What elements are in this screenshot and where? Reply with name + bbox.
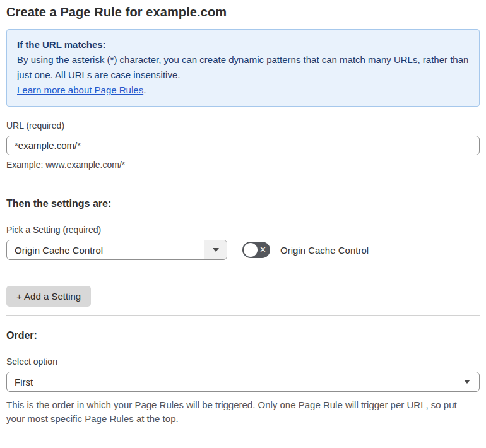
divider [6, 315, 480, 316]
toggle-knob [244, 243, 258, 257]
chevron-down-icon [213, 248, 219, 252]
origin-cache-control-toggle[interactable]: ✕ [242, 242, 270, 258]
notice-heading: If the URL matches: [17, 37, 469, 52]
order-helper-text: This is the order in which your Page Rul… [6, 398, 473, 426]
setting-select-value: Origin Cache Control [7, 240, 204, 259]
link-suffix: . [143, 85, 146, 95]
add-setting-button[interactable]: + Add a Setting [6, 286, 91, 307]
setting-row: Origin Cache Control ✕ Origin Cache Cont… [6, 240, 480, 260]
divider [6, 184, 480, 184]
url-input[interactable] [6, 136, 480, 155]
order-heading: Order: [6, 330, 480, 341]
order-select-arrow [464, 372, 470, 391]
notice-link-line: Learn more about Page Rules. [17, 83, 469, 98]
order-select[interactable]: First [6, 372, 480, 392]
order-select-value: First [7, 372, 479, 391]
toggle-label: Origin Cache Control [280, 245, 369, 256]
toggle-off-x-icon: ✕ [259, 245, 266, 254]
setting-select[interactable]: Origin Cache Control [6, 240, 227, 260]
url-match-notice: If the URL matches: By using the asteris… [6, 29, 480, 107]
settings-heading: Then the settings are: [6, 198, 480, 209]
setting-select-arrow-button[interactable] [204, 240, 227, 259]
page-title: Create a Page Rule for example.com [6, 5, 480, 20]
divider [6, 437, 480, 437]
pick-setting-label: Pick a Setting (required) [6, 225, 480, 235]
select-option-label: Select option [6, 357, 480, 367]
url-label: URL (required) [6, 121, 480, 131]
learn-more-link[interactable]: Learn more about Page Rules [17, 85, 143, 95]
notice-body: By using the asterisk (*) character, you… [17, 52, 469, 83]
chevron-down-icon [464, 380, 470, 384]
url-example-helper: Example: www.example.com/* [6, 160, 480, 170]
create-page-rule-form: Create a Page Rule for example.com If th… [6, 5, 480, 448]
